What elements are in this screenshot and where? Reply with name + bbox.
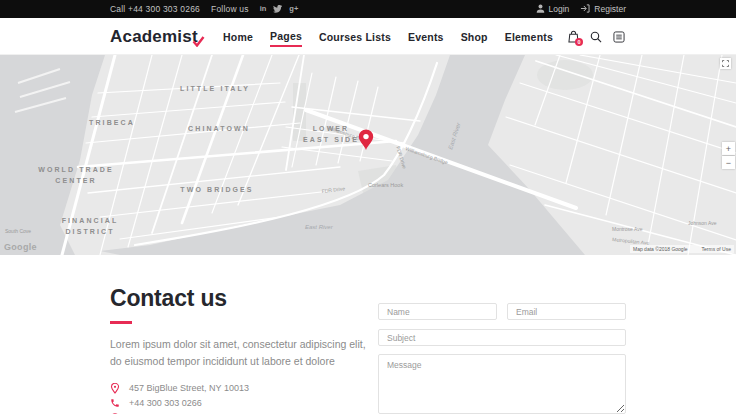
nav-events[interactable]: Events	[408, 27, 444, 46]
map-label-little-italy: LITTLE ITALY	[180, 84, 250, 95]
login-button[interactable]: Login	[536, 4, 570, 15]
street-label: South Cove	[5, 228, 31, 234]
user-icon	[536, 4, 545, 15]
name-input[interactable]	[378, 303, 497, 320]
map-attribution: Map data ©2018 Google Terms of Use	[630, 245, 734, 253]
location-pin-icon	[110, 383, 120, 394]
google-watermark: Google	[4, 242, 37, 252]
message-textarea[interactable]	[378, 354, 626, 414]
topbar: Call +44 300 303 0266 Follow us in g+ Lo…	[0, 0, 736, 18]
page-title: Contact us	[110, 285, 378, 312]
google-map[interactable]: Williamsburg Bridge Williamsburg Bridge …	[0, 55, 736, 255]
email-input[interactable]	[507, 303, 626, 320]
main-header: Academist Home Pages Courses Lists Event…	[0, 18, 736, 55]
street-label: East River	[305, 224, 334, 230]
cart-count-badge: 0	[575, 38, 583, 46]
street-label: Johnson Ave	[688, 220, 717, 226]
contact-section: Contact us Lorem ipsum dolor sit amet, c…	[0, 255, 736, 414]
register-button[interactable]: Register	[580, 4, 626, 15]
address-row: 457 BigBlue Street, NY 10013	[110, 383, 378, 394]
fullscreen-button[interactable]	[720, 58, 731, 69]
contact-form	[378, 303, 626, 414]
nav-elements[interactable]: Elements	[505, 27, 553, 46]
side-menu-icon[interactable]	[612, 30, 626, 44]
nav-home[interactable]: Home	[223, 27, 253, 46]
subject-input[interactable]	[378, 329, 626, 346]
logo-check-icon	[192, 36, 205, 47]
phone-icon	[110, 398, 120, 408]
twitter-icon[interactable]	[273, 5, 282, 13]
sign-in-arrow-icon	[580, 4, 590, 15]
googleplus-icon[interactable]: g+	[289, 5, 298, 13]
map-label-world-trade-center: WORLD TRADE CENTER	[38, 165, 114, 187]
nav-pages[interactable]: Pages	[270, 26, 302, 47]
main-nav: Home Pages Courses Lists Events Shop Ele…	[223, 26, 553, 47]
title-accent-dash	[110, 321, 132, 324]
search-icon[interactable]	[589, 30, 603, 44]
follow-us-label: Follow us	[211, 4, 249, 14]
map-label-lower-east-side: LOWER EAST SIDE	[303, 124, 359, 146]
contact-description: Lorem ipsum dolor sit amet, consectetur …	[110, 336, 375, 370]
phone-text: +44 300 303 0266	[129, 398, 202, 408]
call-phone-text: Call +44 300 303 0266	[110, 4, 200, 14]
map-label-financial-district: FINANCIAL DISTRICT	[62, 216, 119, 238]
street-label: Montrose Ave	[612, 226, 643, 232]
logo[interactable]: Academist	[110, 27, 198, 47]
contact-info-list: 457 BigBlue Street, NY 10013 +44 300 303…	[110, 383, 378, 414]
map-label-tribeca: TRIBECA	[89, 118, 135, 129]
zoom-in-button[interactable]: +	[722, 142, 735, 155]
nav-courses-lists[interactable]: Courses Lists	[319, 27, 391, 46]
terms-of-use-link[interactable]: Terms of Use	[702, 246, 731, 252]
street-label: Corlears Hook	[368, 182, 403, 188]
map-label-chinatown: CHINATOWN	[188, 124, 250, 135]
cart-icon[interactable]: 0	[566, 30, 580, 44]
zoom-out-button[interactable]: −	[722, 156, 735, 169]
logo-text: Academist	[110, 27, 198, 46]
map-label-two-bridges: TWO BRIDGES	[180, 185, 253, 196]
nav-shop[interactable]: Shop	[461, 27, 488, 46]
phone-row: +44 300 303 0266	[110, 398, 378, 408]
address-text: 457 BigBlue Street, NY 10013	[129, 383, 249, 393]
linkedin-icon[interactable]: in	[260, 5, 267, 13]
